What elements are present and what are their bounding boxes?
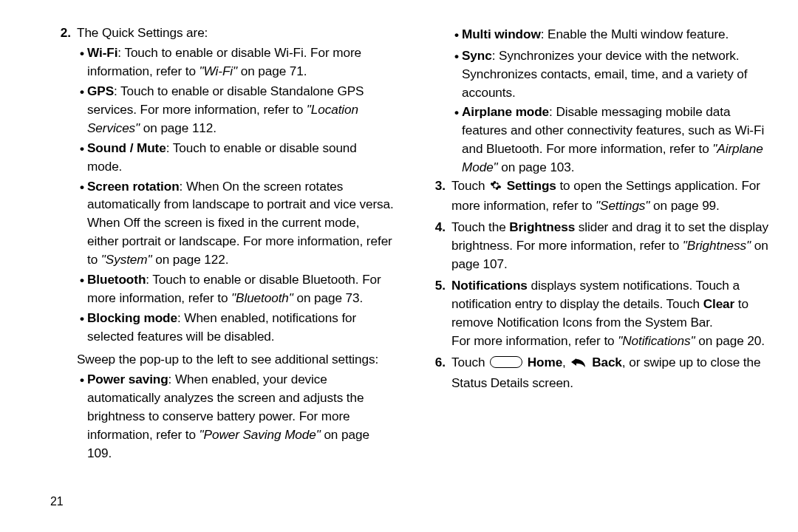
bullet-bluetooth: •Bluetooth: Touch to enable or disable B… [77,270,394,307]
continued-bullets: •Multi window: Enable the Multi window f… [451,25,768,177]
page-number: 21 [50,493,64,510]
item-number: 6. [426,353,446,392]
ref: "Wi-Fi" [200,64,237,78]
brightness-label: Brightness [509,219,575,234]
bullet-dot: • [77,177,87,270]
bullet-sync: •Sync: Synchronizes your device with the… [451,47,768,102]
pg: on page 73. [293,290,363,305]
bullet-blocking: •Blocking mode: When enabled, notificati… [77,309,394,346]
item-number: 2. [52,24,71,463]
bullet-dot: • [451,25,462,45]
item-body: Touch Home, Back, or swipe up to close t… [451,353,768,392]
left-column: 2. The Quick Settings are: •Wi-Fi: Touch… [52,24,394,532]
item-number: 3. [426,177,446,215]
term: Multi window [462,27,541,41]
item-body: Touch the Brightness slider and drag it … [451,218,768,273]
bullet-gps: •GPS: Touch to enable or disable Standal… [77,82,394,137]
t: Touch the [451,219,509,234]
term: GPS [87,83,114,98]
bullet-text: Multi window: Enable the Multi window fe… [462,25,768,45]
term: Screen rotation [87,179,180,194]
lead-text: The Quick Settings are: [77,25,208,40]
home-label: Home [528,355,562,369]
bullet-dot: • [451,103,462,177]
ref: "Brightness" [683,238,751,253]
bullet-dot: • [77,370,87,463]
term: Sound / Mute [87,140,166,155]
pg: on page 71. [237,64,307,78]
term: Blocking mode [87,310,177,325]
gear-icon [490,178,502,197]
bullet-dot: • [77,82,87,137]
t: For more information, refer to [451,333,618,348]
bullet-text: Blocking mode: When enabled, notificatio… [87,309,394,346]
bullet-dot: • [77,139,87,176]
home-bar-icon [490,356,522,368]
term: Sync [462,48,492,63]
list-item-6: 6. Touch Home, Back, or swipe up to clos… [426,353,768,392]
bullet-rotation: •Screen rotation: When On the screen rot… [77,177,394,270]
bullet-sound: •Sound / Mute: Touch to enable or disabl… [77,139,394,176]
t: Touch [451,355,488,369]
bullet-dot: • [77,44,87,81]
back-label: Back [592,355,622,369]
sep: , [562,355,569,369]
right-column: •Multi window: Enable the Multi window f… [426,24,768,532]
bullet-text: Sync: Synchronizes your device with the … [462,47,768,102]
bullet-wifi: •Wi-Fi: Touch to enable or disable Wi-Fi… [77,44,394,81]
list-item-2: 2. The Quick Settings are: •Wi-Fi: Touch… [52,24,394,463]
bullet-text: Power saving: When enabled, your device … [87,370,394,463]
bullet-airplane: •Airplane mode: Disable messaging mobile… [451,103,768,177]
bullet-text: Airplane mode: Disable messaging mobile … [462,103,768,177]
bullet-text: Wi-Fi: Touch to enable or disable Wi-Fi.… [87,44,394,81]
desc: : Enable the Multi window feature. [541,27,729,41]
ref: "Bluetooth" [231,290,293,305]
item-body: Notifications displays system notificati… [451,276,768,350]
bullet-text: Bluetooth: Touch to enable or disable Bl… [87,270,394,307]
item-number: 4. [426,218,446,273]
list-item-5: 5. Notifications displays system notific… [426,276,768,350]
pg: on page 112. [140,120,216,135]
bullet-text: GPS: Touch to enable or disable Standalo… [87,82,394,137]
ref: "Notifications" [618,333,695,348]
bullet-powersaving: •Power saving: When enabled, your device… [77,370,394,463]
page-spread: 2. The Quick Settings are: •Wi-Fi: Touch… [0,0,798,532]
term: Bluetooth [87,272,146,287]
item-body: Touch Settings to open the Settings appl… [451,177,768,215]
list-item-4: 4. Touch the Brightness slider and drag … [426,218,768,273]
item-body: The Quick Settings are: •Wi-Fi: Touch to… [77,24,394,463]
term: Power saving [87,372,168,386]
ref: "Power Saving Mode" [200,427,321,442]
pg: on page 103. [498,160,575,174]
pg: on page 20. [695,333,765,348]
bullet-dot: • [77,270,87,307]
ref: "System" [101,252,152,267]
ref: "Settings" [596,198,649,213]
term: Airplane mode [462,104,549,119]
settings-label: Settings [507,178,556,193]
bullet-text: Screen rotation: When On the screen rota… [87,177,394,270]
sweep-text: Sweep the pop-up to the left to see addi… [77,350,394,369]
back-arrow-icon [570,355,587,374]
pg: on page 122. [152,252,229,267]
bullet-text: Sound / Mute: Touch to enable or disable… [87,139,394,176]
notifications-label: Notifications [451,278,528,293]
bullet-multiwindow: •Multi window: Enable the Multi window f… [451,25,768,45]
bullet-dot: • [77,309,87,346]
clear-label: Clear [703,296,735,311]
desc: : Synchronizes your device with the netw… [462,48,747,100]
t: Touch [451,178,488,193]
pg: on page 99. [649,198,719,213]
term: Wi-Fi [87,45,117,60]
bullet-dot: • [451,47,462,102]
item-number: 5. [426,276,446,350]
list-item-3: 3. Touch Settings to open the Settings a… [426,177,768,215]
